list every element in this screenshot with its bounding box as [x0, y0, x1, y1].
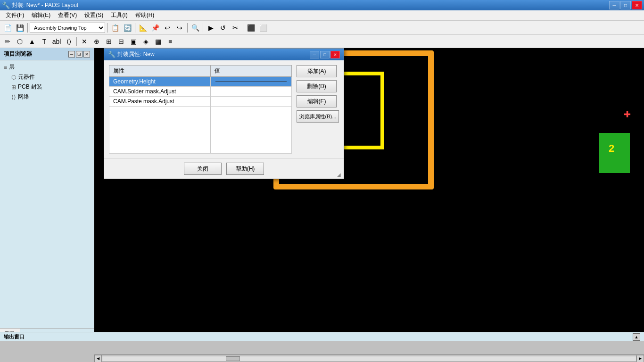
tree-item-network[interactable]: ⟨⟩ 网络: [9, 92, 92, 102]
toolbar-btn-9[interactable]: ✂: [230, 22, 241, 33]
layers-icon: ≡: [4, 64, 7, 71]
output-expand-btn[interactable]: ▲: [633, 333, 640, 341]
toolbar-btn-5[interactable]: ↩: [162, 22, 173, 33]
close-button[interactable]: ✕: [632, 1, 642, 9]
layer-dropdown[interactable]: Assembly Drawing Top Assembly Drawing Bo…: [30, 23, 105, 33]
toolbar-1: 📄 💾 Assembly Drawing Top Assembly Drawin…: [0, 21, 644, 35]
title-bar-controls: ─ □ ✕: [609, 1, 642, 9]
prop-value: [211, 97, 292, 107]
draw-btn-5[interactable]: abl: [51, 36, 62, 47]
dialog-footer: 关闭 帮助(H): [104, 158, 344, 179]
zoom-out-button[interactable]: 🔍: [190, 22, 201, 33]
table-row-empty: [109, 107, 292, 154]
toolbar-btn-4[interactable]: 📌: [149, 22, 161, 33]
dialog-maximize-btn[interactable]: □: [320, 51, 330, 58]
col-property: 属性: [109, 66, 211, 77]
draw-btn-13[interactable]: ▦: [152, 36, 164, 47]
h-scroll-track[interactable]: [102, 356, 636, 362]
help-footer-button[interactable]: 帮助(H): [226, 163, 264, 175]
tree-item-components[interactable]: ⬡ 元器件: [9, 72, 92, 82]
sidebar-close-btn[interactable]: ✕: [83, 51, 90, 58]
toolbar-btn-8[interactable]: ↺: [217, 22, 229, 33]
col-value: 值: [211, 66, 292, 77]
dialog-close-btn[interactable]: ✕: [330, 51, 340, 58]
dialog-controls: ─ □ ✕: [310, 51, 340, 58]
save-button[interactable]: 💾: [14, 22, 25, 33]
maximize-button[interactable]: □: [620, 1, 631, 9]
minimize-button[interactable]: ─: [609, 1, 619, 9]
menu-edit[interactable]: 编辑(E): [28, 10, 54, 20]
main-area: 项目浏览器 ─ ⊡ ✕ ≡ 层 ⬡ 元器件 ⊞ PCB 封装 ⟨⟩ 网络: [0, 48, 644, 338]
tree-label-network: 网络: [18, 93, 29, 101]
draw-btn-14[interactable]: ≡: [165, 36, 176, 47]
draw-btn-10[interactable]: ⊟: [116, 36, 127, 47]
draw-btn-4[interactable]: T: [39, 36, 50, 47]
toolbar-btn-10[interactable]: ⬛: [245, 22, 256, 33]
toolbar-sep-2: [107, 23, 107, 33]
pcb-marker: ✚: [624, 109, 631, 120]
draw-btn-7[interactable]: ✕: [79, 36, 90, 47]
app-icon: 🔧: [2, 1, 10, 9]
toolbar-sep-5: [203, 23, 203, 33]
draw-btn-9[interactable]: ⊞: [103, 36, 115, 47]
toolbar-btn-11[interactable]: ⬜: [257, 22, 269, 33]
sidebar-float-btn[interactable]: ⊡: [76, 51, 83, 58]
toolbar2-sep-1: [76, 37, 77, 46]
toolbar-sep-3: [135, 23, 135, 33]
toolbar-btn-1[interactable]: 📋: [109, 22, 121, 33]
toolbar-btn-3[interactable]: 📐: [137, 22, 149, 33]
new-button[interactable]: 📄: [2, 22, 13, 33]
menu-view[interactable]: 查看(V): [54, 10, 81, 20]
tree-item-pcb[interactable]: ⊞ PCB 封装: [9, 82, 92, 92]
dialog-minimize-btn[interactable]: ─: [310, 51, 319, 58]
properties-table: 属性 值 Geometry.Height: [109, 65, 292, 154]
browse-button[interactable]: 浏览库属性(B)...: [297, 110, 339, 123]
close-footer-button[interactable]: 关闭: [184, 163, 222, 175]
scroll-left-btn[interactable]: ◀: [94, 355, 102, 362]
draw-btn-2[interactable]: ⬡: [14, 36, 25, 47]
draw-btn-6[interactable]: ⟨⟩: [63, 36, 74, 47]
pcb-number: 2: [609, 142, 614, 155]
table-row[interactable]: CAM.Paste mask.Adjust: [109, 97, 292, 107]
menu-help[interactable]: 帮助(H): [132, 10, 158, 20]
prop-name: Geometry.Height: [109, 77, 211, 87]
draw-btn-11[interactable]: ▣: [128, 36, 139, 47]
add-button[interactable]: 添加(A): [297, 65, 337, 77]
table-row[interactable]: CAM.Solder mask.Adjust: [109, 87, 292, 97]
toolbar-2: ✏ ⬡ ▲ T abl ⟨⟩ ✕ ⊕ ⊞ ⊟ ▣ ◈ ▦ ≡: [0, 35, 644, 48]
sidebar-pin-btn[interactable]: ─: [68, 51, 75, 58]
draw-btn-1[interactable]: ✏: [2, 36, 13, 47]
properties-dialog[interactable]: 🔧 封装属性: New ─ □ ✕ 属性: [104, 48, 344, 179]
edit-button[interactable]: 编辑(E): [297, 95, 337, 107]
tree-item-layers[interactable]: ≡ 层: [2, 62, 92, 72]
draw-btn-12[interactable]: ◈: [140, 36, 151, 47]
draw-btn-3[interactable]: ▲: [26, 36, 38, 47]
output-window: 输出窗口 ▲: [0, 332, 644, 341]
sidebar-title: 项目浏览器: [4, 50, 32, 58]
bottom-scrollbar: ◀ ▶: [94, 354, 644, 362]
menu-settings[interactable]: 设置(S): [81, 10, 107, 20]
canvas-bg: 2 ✚ 🔧 封装属性: New ─ □ ✕: [94, 48, 644, 338]
h-scroll-thumb[interactable]: [226, 356, 240, 361]
title-bar: 🔧 封装: New* - PADS Layout ─ □ ✕: [0, 0, 644, 10]
toolbar-btn-6[interactable]: ↪: [174, 22, 185, 33]
prop-name: CAM.Paste mask.Adjust: [109, 97, 211, 107]
toolbar-btn-2[interactable]: 🔄: [122, 22, 133, 33]
draw-btn-8[interactable]: ⊕: [91, 36, 102, 47]
toolbar-sep-1: [27, 23, 28, 33]
table-row[interactable]: Geometry.Height: [109, 77, 292, 87]
delete-button[interactable]: 删除(D): [297, 80, 337, 92]
menu-file[interactable]: 文件(F): [2, 10, 28, 20]
scroll-right-btn[interactable]: ▶: [636, 355, 644, 362]
dialog-body: 属性 值 Geometry.Height: [104, 60, 344, 158]
canvas-area[interactable]: 2 ✚ 🔧 封装属性: New ─ □ ✕: [94, 48, 644, 338]
toolbar-sep-6: [243, 23, 243, 33]
resize-handle[interactable]: ◢: [337, 172, 343, 178]
menu-bar: 文件(F) 编辑(E) 查看(V) 设置(S) 工具(I) 帮助(H): [0, 10, 644, 21]
menu-tools[interactable]: 工具(I): [107, 10, 131, 20]
network-icon: ⟨⟩: [11, 94, 16, 100]
prop-name: CAM.Solder mask.Adjust: [109, 87, 211, 97]
toolbar-btn-7[interactable]: ▶: [205, 22, 216, 33]
toolbar-sep-4: [187, 23, 188, 33]
pcb-icon: ⊞: [11, 84, 16, 90]
